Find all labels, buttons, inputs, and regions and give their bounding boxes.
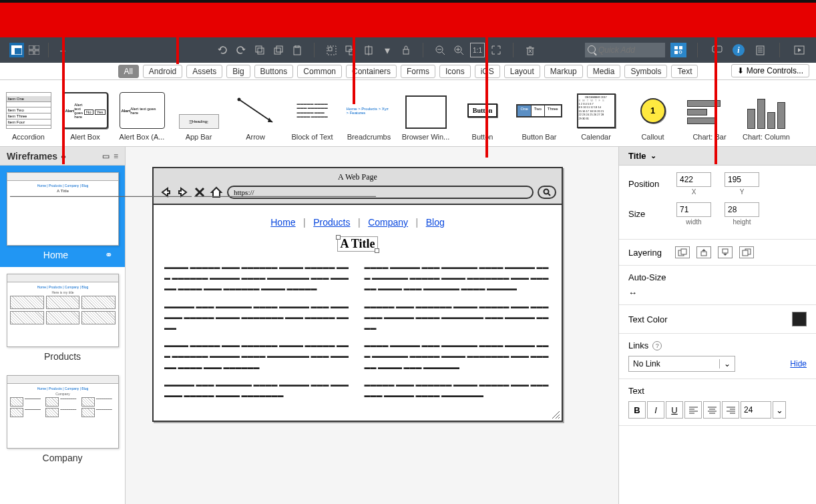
- resize-grip-icon[interactable]: [551, 410, 560, 419]
- link-value: No Link: [633, 359, 660, 368]
- lib-callout[interactable]: 1 Callout: [624, 80, 681, 144]
- height-input[interactable]: [725, 202, 759, 217]
- quick-add-button[interactable]: [670, 43, 686, 57]
- comments-icon[interactable]: [710, 43, 725, 57]
- lock-icon[interactable]: [399, 43, 413, 57]
- navigator-title: Wireframes: [7, 151, 57, 162]
- title-element-selected[interactable]: A Title: [337, 236, 379, 252]
- align-left-button[interactable]: [684, 401, 702, 419]
- lib-chart-column[interactable]: Chart: Column: [738, 80, 795, 144]
- nav-link-products[interactable]: Products: [311, 217, 353, 228]
- help-icon[interactable]: ?: [652, 341, 662, 350]
- lib-accordion[interactable]: Item One Item Two Item Three Item Four A…: [0, 80, 57, 144]
- hide-link[interactable]: Hide: [790, 359, 807, 368]
- canvas[interactable]: A Web Page https:// Home | Products | Co…: [126, 147, 618, 504]
- lib-chart-bar[interactable]: Chart: Bar: [681, 80, 738, 144]
- redo-icon[interactable]: [234, 43, 248, 57]
- bring-front-icon[interactable]: [675, 246, 690, 258]
- more-controls-button[interactable]: ⬇ More Controls...: [731, 64, 809, 77]
- bold-button[interactable]: B: [628, 401, 646, 419]
- view-panels-icon[interactable]: [9, 43, 24, 57]
- lib-breadcrumbs[interactable]: Home > Products > Xyz > Features Breadcr…: [341, 80, 397, 144]
- category-all[interactable]: All: [118, 65, 139, 78]
- properties-header[interactable]: Title ⌄: [619, 147, 816, 166]
- category-assets[interactable]: Assets: [186, 65, 222, 78]
- position-y-input[interactable]: [725, 172, 759, 187]
- align-center-button[interactable]: [703, 401, 721, 419]
- dropdown-icon[interactable]: ▾: [380, 43, 395, 57]
- lib-calendar[interactable]: DECEMBER 2017S M T W T F S1 2 3 4 5 6 78…: [568, 80, 624, 144]
- category-android[interactable]: Android: [143, 65, 182, 78]
- width-input[interactable]: [676, 202, 711, 217]
- bring-forward-icon[interactable]: [696, 246, 711, 258]
- wireframe-thumb-products[interactable]: Home | Products | Company | Blog Here is…: [0, 267, 125, 368]
- black-strip: [0, 0, 816, 3]
- nav-list-icon[interactable]: ≡: [114, 152, 118, 161]
- svg-rect-14: [329, 47, 332, 51]
- send-backward-icon[interactable]: [718, 246, 733, 258]
- lib-browser-window[interactable]: Browser Win...: [397, 80, 454, 144]
- align-right-button[interactable]: [722, 401, 739, 419]
- thumb-text: Alert: [65, 109, 75, 113]
- position-x-input[interactable]: [676, 172, 711, 187]
- undo-icon[interactable]: [215, 43, 230, 57]
- navigator-panel: Wireframes ⚭ ▭ ≡ Home | Products | Compa…: [0, 147, 126, 504]
- category-markup[interactable]: Markup: [544, 65, 583, 78]
- category-buttons[interactable]: Buttons: [254, 65, 294, 78]
- zoom-out-icon[interactable]: [433, 43, 447, 57]
- font-size-input[interactable]: [741, 401, 771, 419]
- wireframe-thumb-company[interactable]: Home | Products | Company | Blog Company…: [0, 368, 125, 470]
- font-size-dropdown[interactable]: ⌄: [773, 401, 786, 419]
- nav-link-company[interactable]: Company: [365, 217, 411, 228]
- lib-app-bar[interactable]: ☰ Heading ⁝ App Bar: [170, 80, 227, 144]
- text-block-right[interactable]: ▬▬▬▬ ▬▬▬▬▬ ▬▬▬ ▬▬▬▬▬▬ ▬▬▬▬ ▬▬▬▬▬ ▬▬▬ ▬▬▬…: [365, 262, 552, 407]
- lib-button-bar[interactable]: OneTwoThree Button Bar: [511, 80, 568, 144]
- lib-button[interactable]: Button Button: [454, 80, 511, 144]
- clipboard-icon[interactable]: [290, 43, 304, 57]
- play-icon[interactable]: [792, 43, 807, 57]
- info-icon[interactable]: i: [733, 44, 745, 56]
- copy-icon[interactable]: [252, 43, 267, 57]
- ui-library-categories: All Android Assets Big Buttons Common Co…: [0, 63, 816, 80]
- lib-arrow[interactable]: Arrow: [227, 80, 284, 144]
- italic-button[interactable]: I: [647, 401, 664, 419]
- nav-link-blog[interactable]: Blog: [423, 217, 447, 228]
- height-sublabel: height: [733, 218, 751, 226]
- thumb-text: One: [518, 105, 531, 116]
- lib-alert-box[interactable]: Alert Alert text goes here NoYes Alert B…: [57, 80, 114, 144]
- group-icon[interactable]: [324, 43, 339, 57]
- category-icons[interactable]: Icons: [439, 65, 471, 78]
- category-text[interactable]: Text: [671, 65, 698, 78]
- underline-button[interactable]: U: [666, 401, 683, 419]
- lib-alert-box-android[interactable]: Alert Alert text goes here Alert Box (A.…: [114, 80, 170, 144]
- text-color-swatch[interactable]: [792, 312, 807, 326]
- zoom-fit-icon[interactable]: [489, 43, 503, 57]
- lib-block-of-text[interactable]: ▬▬▬▬▬ ▬▬▬▬▬▬▬ ▬▬▬▬▬▬▬▬▬▬▬ ▬▬▬▬▬▬▬ ▬▬▬▬▬ …: [284, 80, 341, 144]
- quick-add-input[interactable]: [585, 43, 665, 57]
- category-media[interactable]: Media: [587, 65, 621, 78]
- align-icon[interactable]: [361, 43, 376, 57]
- browser-window-mockup[interactable]: A Web Page https:// Home | Products | Co…: [152, 167, 563, 422]
- svg-rect-52: [723, 249, 728, 253]
- category-layout[interactable]: Layout: [504, 65, 540, 78]
- link-select[interactable]: No Link⌄: [628, 356, 735, 372]
- category-big[interactable]: Big: [226, 65, 250, 78]
- zoom-in-icon[interactable]: [451, 43, 466, 57]
- links-label: Links: [628, 340, 648, 350]
- browser-chrome: A Web Page https://: [154, 168, 562, 205]
- category-forms[interactable]: Forms: [401, 65, 435, 78]
- nav-expand-icon[interactable]: ▭: [102, 152, 110, 161]
- send-back-icon[interactable]: [739, 246, 754, 258]
- autosize-horizontal-icon[interactable]: ↔: [628, 288, 646, 298]
- category-symbols[interactable]: Symbols: [624, 65, 667, 78]
- zoom-actual-icon[interactable]: 1:1: [470, 43, 485, 57]
- view-grid-icon[interactable]: [27, 43, 41, 57]
- wireframe-thumb-home[interactable]: Home | Products | Company | Blog A Title…: [0, 166, 125, 267]
- nav-link-home[interactable]: Home: [268, 217, 298, 228]
- paste-icon[interactable]: [271, 43, 286, 57]
- text-block-left[interactable]: ▬▬▬▬ ▬▬▬▬▬ ▬▬▬ ▬▬▬▬▬▬ ▬▬▬▬ ▬▬▬▬▬ ▬▬▬ ▬▬▬…: [164, 262, 351, 407]
- delete-icon[interactable]: [523, 43, 538, 57]
- notes-icon[interactable]: [753, 43, 767, 57]
- thumb-text: Item Four: [7, 119, 51, 125]
- category-common[interactable]: Common: [297, 65, 342, 78]
